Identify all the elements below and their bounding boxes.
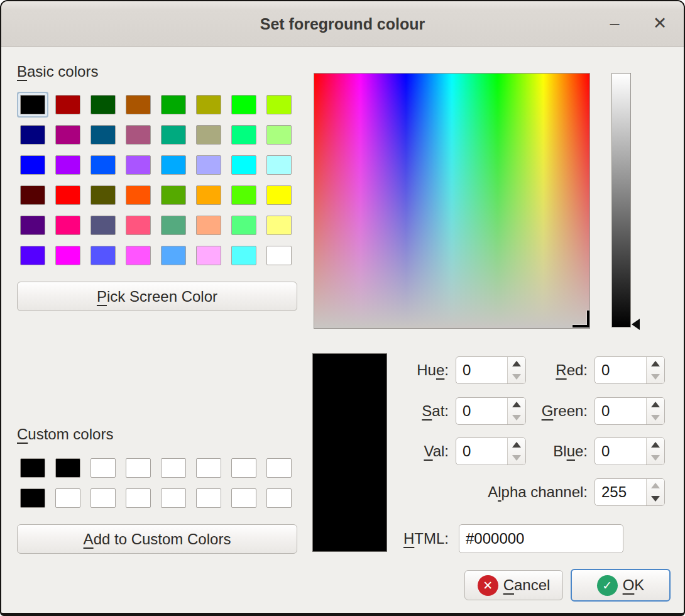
color-swatch[interactable] bbox=[196, 246, 221, 265]
color-swatch[interactable] bbox=[126, 125, 151, 145]
minimize-button[interactable]: – bbox=[601, 1, 628, 47]
color-swatch[interactable] bbox=[55, 246, 80, 265]
color-swatch[interactable] bbox=[196, 125, 221, 145]
spinbox-down-arrow-icon[interactable] bbox=[647, 492, 664, 505]
color-swatch[interactable] bbox=[161, 488, 186, 508]
color-swatch[interactable] bbox=[126, 488, 151, 508]
spinbox-value[interactable]: 0 bbox=[456, 438, 507, 465]
color-swatch[interactable] bbox=[266, 246, 292, 265]
color-swatch[interactable] bbox=[231, 488, 256, 508]
color-swatch[interactable] bbox=[196, 488, 221, 508]
color-swatch[interactable] bbox=[55, 216, 80, 235]
spinbox-up-arrow-icon[interactable] bbox=[647, 357, 664, 370]
color-swatch[interactable] bbox=[20, 246, 45, 265]
hue-saturation-map[interactable] bbox=[314, 73, 590, 329]
color-swatch[interactable] bbox=[55, 125, 80, 145]
color-swatch[interactable] bbox=[20, 125, 45, 145]
red-spinbox[interactable]: 0 bbox=[595, 356, 665, 384]
spinbox-value[interactable]: 255 bbox=[595, 479, 646, 505]
color-swatch[interactable] bbox=[161, 185, 186, 205]
spinbox-down-arrow-icon[interactable] bbox=[508, 411, 525, 424]
titlebar[interactable]: Set foreground colour – ✕ bbox=[1, 1, 684, 47]
color-swatch[interactable] bbox=[90, 125, 116, 145]
spinbox-up-arrow-icon[interactable] bbox=[508, 438, 525, 451]
color-swatch[interactable] bbox=[161, 125, 186, 145]
color-swatch[interactable] bbox=[266, 185, 292, 205]
color-swatch[interactable] bbox=[90, 458, 116, 478]
color-swatch[interactable] bbox=[266, 458, 292, 478]
spinbox-up-arrow-icon[interactable] bbox=[508, 357, 525, 370]
color-swatch[interactable] bbox=[266, 488, 292, 508]
color-swatch[interactable] bbox=[126, 155, 151, 175]
color-swatch[interactable] bbox=[231, 185, 256, 205]
ok-button[interactable]: ✓ OK bbox=[571, 569, 671, 602]
color-swatch[interactable] bbox=[20, 95, 45, 114]
color-swatch[interactable] bbox=[266, 95, 292, 114]
close-button[interactable]: ✕ bbox=[646, 1, 674, 47]
spinbox-up-arrow-icon[interactable] bbox=[647, 398, 664, 411]
color-swatch[interactable] bbox=[90, 216, 116, 235]
color-swatch[interactable] bbox=[266, 216, 292, 235]
color-swatch[interactable] bbox=[231, 246, 256, 265]
spinbox-value[interactable]: 0 bbox=[456, 398, 507, 424]
color-swatch[interactable] bbox=[20, 458, 45, 478]
spinbox-up-arrow-icon[interactable] bbox=[647, 438, 664, 451]
color-swatch[interactable] bbox=[90, 488, 116, 508]
spinbox-down-arrow-icon[interactable] bbox=[508, 370, 525, 383]
hue-spinbox[interactable]: 0 bbox=[456, 356, 526, 384]
color-swatch[interactable] bbox=[20, 216, 45, 235]
pick-screen-color-button[interactable]: Pick Screen Color bbox=[17, 282, 297, 311]
spinbox-down-arrow-icon[interactable] bbox=[508, 451, 525, 465]
color-swatch[interactable] bbox=[126, 246, 151, 265]
sat-spinbox[interactable]: 0 bbox=[456, 397, 526, 425]
color-swatch[interactable] bbox=[55, 95, 80, 114]
color-swatch[interactable] bbox=[161, 246, 186, 265]
color-swatch[interactable] bbox=[55, 155, 80, 175]
color-swatch[interactable] bbox=[20, 155, 45, 175]
color-swatch[interactable] bbox=[55, 488, 80, 508]
color-swatch[interactable] bbox=[20, 185, 45, 205]
color-swatch[interactable] bbox=[90, 95, 116, 114]
value-slider-handle-icon[interactable] bbox=[632, 319, 640, 330]
color-swatch[interactable] bbox=[90, 185, 116, 205]
color-swatch[interactable] bbox=[161, 216, 186, 235]
color-swatch[interactable] bbox=[161, 95, 186, 114]
color-swatch[interactable] bbox=[231, 125, 256, 145]
color-picker-crosshair[interactable] bbox=[573, 311, 589, 327]
color-swatch[interactable] bbox=[266, 125, 292, 145]
color-swatch[interactable] bbox=[161, 155, 186, 175]
color-swatch[interactable] bbox=[90, 155, 116, 175]
color-swatch[interactable] bbox=[266, 155, 292, 175]
color-swatch[interactable] bbox=[126, 185, 151, 205]
color-swatch[interactable] bbox=[126, 216, 151, 235]
spinbox-down-arrow-icon[interactable] bbox=[647, 411, 664, 424]
color-swatch[interactable] bbox=[196, 185, 221, 205]
color-swatch[interactable] bbox=[231, 458, 256, 478]
color-swatch[interactable] bbox=[231, 95, 256, 114]
alpha-channel-spinbox[interactable]: 255 bbox=[595, 478, 665, 506]
spinbox-value[interactable]: 0 bbox=[595, 357, 646, 383]
color-swatch[interactable] bbox=[196, 155, 221, 175]
color-swatch[interactable] bbox=[126, 95, 151, 114]
color-swatch[interactable] bbox=[55, 185, 80, 205]
color-swatch[interactable] bbox=[90, 246, 116, 265]
color-swatch[interactable] bbox=[20, 488, 45, 508]
blue-spinbox[interactable]: 0 bbox=[595, 437, 665, 465]
val-spinbox[interactable]: 0 bbox=[456, 437, 526, 465]
spinbox-value[interactable]: 0 bbox=[595, 438, 646, 465]
color-swatch[interactable] bbox=[231, 216, 256, 235]
color-swatch[interactable] bbox=[55, 458, 80, 478]
spinbox-up-arrow-icon[interactable] bbox=[508, 398, 525, 411]
spinbox-down-arrow-icon[interactable] bbox=[647, 370, 664, 383]
spinbox-value[interactable]: 0 bbox=[456, 357, 507, 383]
spinbox-value[interactable]: 0 bbox=[595, 398, 646, 424]
spinbox-down-arrow-icon[interactable] bbox=[647, 451, 664, 465]
value-slider[interactable] bbox=[611, 73, 631, 327]
color-swatch[interactable] bbox=[196, 95, 221, 114]
spinbox-up-arrow-icon[interactable] bbox=[647, 479, 664, 492]
add-to-custom-colors-button[interactable]: Add to Custom Colors bbox=[17, 524, 297, 554]
color-swatch[interactable] bbox=[126, 458, 151, 478]
color-swatch[interactable] bbox=[196, 458, 221, 478]
html-color-input[interactable] bbox=[459, 524, 623, 553]
color-swatch[interactable] bbox=[161, 458, 186, 478]
